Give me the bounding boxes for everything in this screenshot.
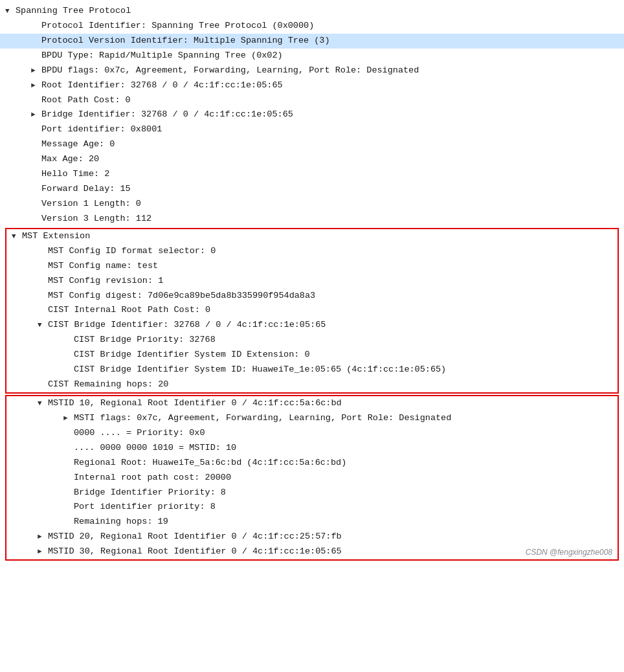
collapse-icon[interactable]: ▼ [38, 398, 48, 409]
tree-row: Bridge Identifier Priority: 8 [6, 486, 618, 500]
expand-icon[interactable]: ► [31, 109, 41, 120]
tree-row: Forward Delay: 15 [0, 182, 624, 197]
tree-row: Hello Time: 2 [0, 167, 624, 182]
row-text-root-id: Root Identifier: 32768 / 0 / 4c:1f:cc:1e… [41, 79, 283, 93]
tree-row[interactable]: ►MSTI flags: 0x7c, Agreement, Forwarding… [6, 411, 618, 426]
tree-row: CIST Remaining hops: 20 [6, 377, 618, 392]
tree-row[interactable]: ▼CIST Bridge Identifier: 32768 / 0 / 4c:… [6, 318, 618, 333]
row-text-bridge-id-prio: Bridge Identifier Priority: 8 [74, 486, 226, 500]
row-text-hello-time: Hello Time: 2 [41, 168, 109, 181]
tree-row: CIST Bridge Identifier System ID Extensi… [6, 348, 618, 363]
expand-icon[interactable]: ► [63, 413, 74, 424]
expand-icon[interactable]: ► [38, 546, 48, 557]
row-text-mstid: .... 0000 0000 1010 = MSTID: 10 [74, 442, 236, 455]
tree-row: BPDU Type: Rapid/Multiple Spanning Tree … [0, 49, 624, 63]
expand-icon[interactable]: ► [31, 65, 41, 76]
row-text-bpdu-type: BPDU Type: Rapid/Multiple Spanning Tree … [41, 49, 283, 63]
row-text-remaining-hops: Remaining hops: 19 [74, 515, 168, 529]
row-text-bpdu-flags: BPDU flags: 0x7c, Agreement, Forwarding,… [41, 64, 419, 78]
row-text-cist-bridge-sys-ext: CIST Bridge Identifier System ID Extensi… [74, 348, 310, 362]
row-text-root: Spanning Tree Protocol [16, 5, 131, 18]
tree-row: Message Age: 0 [0, 137, 624, 152]
collapse-icon[interactable]: ▼ [5, 6, 16, 17]
tree-row: Version 1 Length: 0 [0, 197, 624, 212]
row-text-fwd-delay: Forward Delay: 15 [41, 183, 131, 196]
tree-row[interactable]: ►Bridge Identifier: 32768 / 0 / 4c:1f:cc… [0, 107, 624, 122]
row-text-msti-flags: MSTI flags: 0x7c, Agreement, Forwarding,… [74, 412, 451, 425]
row-text-cist-bridge-sys-id: CIST Bridge Identifier System ID: Huawei… [74, 363, 446, 377]
row-text-cist-remaining-hops: CIST Remaining hops: 20 [48, 378, 168, 392]
row-text-priority: 0000 .... = Priority: 0x0 [74, 427, 205, 440]
row-text-regional-root: Regional Root: HuaweiTe_5a:6c:bd (4c:1f:… [74, 456, 346, 470]
tree-row: MST Config digest: 7d06e9ca89be5da8b3359… [6, 289, 618, 304]
tree-row: Regional Root: HuaweiTe_5a:6c:bd (4c:1f:… [6, 456, 618, 471]
row-text-mst-cfg-rev: MST Config revision: 1 [48, 274, 163, 288]
row-text-protocol-version: Protocol Version Identifier: Multiple Sp… [41, 34, 330, 48]
row-text-cist-root-path: CIST Internal Root Path Cost: 0 [48, 304, 210, 317]
collapse-icon[interactable]: ▼ [38, 320, 48, 331]
tree-row: CIST Internal Root Path Cost: 0 [6, 303, 618, 318]
row-text-mstid20: MSTID 20, Regional Root Identifier 0 / 4… [48, 530, 342, 544]
row-text-cist-bridge-prio: CIST Bridge Priority: 32768 [74, 333, 216, 347]
tree-row: CIST Bridge Priority: 32768 [6, 333, 618, 348]
tree-row: Root Path Cost: 0 [0, 93, 624, 108]
tree-row[interactable]: ►MSTID 20, Regional Root Identifier 0 / … [6, 530, 618, 544]
row-text-mst-cfg-digest: MST Config digest: 7d06e9ca89be5da8b3359… [48, 289, 315, 303]
tree-row: MST Config revision: 1 [6, 274, 618, 289]
collapse-icon[interactable]: ▼ [12, 231, 22, 242]
expand-icon[interactable]: ► [31, 80, 41, 91]
row-text-bridge-id: Bridge Identifier: 32768 / 0 / 4c:1f:cc:… [41, 108, 293, 122]
row-text-cist-bridge-id: CIST Bridge Identifier: 32768 / 0 / 4c:1… [48, 319, 326, 332]
tree-row: Max Age: 20 [0, 152, 624, 167]
row-text-max-age: Max Age: 20 [41, 153, 99, 166]
tree-row: CIST Bridge Identifier System ID: Huawei… [6, 363, 618, 377]
tree-row[interactable]: ►BPDU flags: 0x7c, Agreement, Forwarding… [0, 63, 624, 78]
tree-row: Port identifier: 0x8001 [0, 122, 624, 137]
tree-row[interactable]: ▼MSTID 10, Regional Root Identifier 0 / … [6, 396, 618, 411]
watermark: CSDN @fengxingzhe008 [526, 548, 612, 557]
row-text-mstid10: MSTID 10, Regional Root Identifier 0 / 4… [48, 397, 342, 410]
row-text-v1-len: Version 1 Length: 0 [41, 197, 141, 211]
tree-row: .... 0000 0000 1010 = MSTID: 10 [6, 441, 618, 456]
tree-row[interactable]: ▼MST Extension [6, 229, 618, 244]
row-text-mst-cfg-fmt: MST Config ID format selector: 0 [48, 245, 216, 258]
tree-row: Port identifier priority: 8 [6, 500, 618, 515]
row-text-root-path-cost: Root Path Cost: 0 [41, 94, 131, 107]
tree-row: Internal root path cost: 20000 [6, 471, 618, 486]
row-text-msg-age: Message Age: 0 [41, 138, 115, 151]
tree-row[interactable]: ▼Spanning Tree Protocol [0, 4, 624, 19]
row-text-int-root-path: Internal root path cost: 20000 [74, 471, 231, 485]
tree-row: MST Config name: test [6, 259, 618, 274]
tree-row: MST Config ID format selector: 0 [6, 244, 618, 259]
expand-icon[interactable]: ► [38, 532, 48, 543]
mst-extension-box: ▼MST ExtensionMST Config ID format selec… [5, 228, 619, 394]
tree-row: Version 3 Length: 112 [0, 212, 624, 227]
row-text-mstid30: MSTID 30, Regional Root Identifier 0 / 4… [48, 545, 342, 559]
tree-row: 0000 .... = Priority: 0x0 [6, 426, 618, 441]
tree-row[interactable]: ►Root Identifier: 32768 / 0 / 4c:1f:cc:1… [0, 78, 624, 93]
row-text-protocol-id: Protocol Identifier: Spanning Tree Proto… [41, 19, 314, 33]
tree-row: Remaining hops: 19 [6, 515, 618, 530]
row-text-mst-ext: MST Extension [22, 230, 90, 243]
tree-row: Protocol Identifier: Spanning Tree Proto… [0, 19, 624, 34]
row-text-port-id-prio: Port identifier priority: 8 [74, 500, 216, 514]
row-text-v3-len: Version 3 Length: 112 [41, 212, 151, 226]
row-text-port-id: Port identifier: 0x8001 [41, 123, 162, 137]
tree-row: Protocol Version Identifier: Multiple Sp… [0, 34, 624, 49]
mstid-box: ▼MSTID 10, Regional Root Identifier 0 / … [5, 395, 619, 561]
row-text-mst-cfg-name: MST Config name: test [48, 260, 158, 273]
tree-container: ▼Spanning Tree ProtocolProtocol Identifi… [0, 0, 624, 566]
